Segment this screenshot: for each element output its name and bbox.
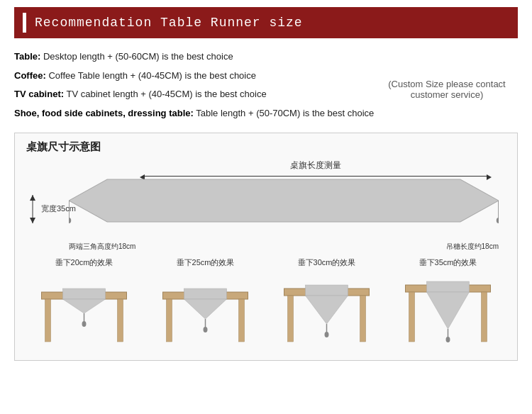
shoe-info: Shoe, food side cabinets, dressing table… [14, 105, 376, 123]
table-text: Desktop length + (50-60CM) is the best c… [43, 51, 233, 62]
example-item-35: 垂下35cm的效果 [390, 257, 506, 349]
svg-rect-20 [167, 299, 172, 342]
tv-info: TV cabinet: TV cabinet length + (40-45CM… [14, 86, 376, 103]
length-label: 桌旗长度测量 [290, 160, 341, 172]
diagram-section: 桌旗尺寸示意图 桌旗长度测量 宽度35cm [14, 133, 518, 361]
svg-rect-9 [63, 289, 106, 299]
shoe-label: Shoe, food side cabinets, dressing table… [14, 108, 194, 118]
bottom-right-label: 吊穗长度约18cm [446, 242, 499, 252]
example-item-20: 垂下20cm的效果 [26, 257, 142, 349]
svg-point-7 [497, 218, 499, 223]
svg-rect-16 [184, 289, 227, 299]
info-right: (Custom Size please contact customer ser… [376, 48, 518, 124]
example-item-30: 垂下30cm的效果 [269, 257, 384, 349]
examples-section: 垂下20cm的效果 垂下25cm的效果 [26, 257, 506, 349]
header-title: Recommendation Table Runner size [35, 16, 303, 30]
svg-marker-2 [30, 218, 35, 223]
bottom-left-label: 两端三角高度约18cm [69, 242, 135, 252]
svg-point-19 [204, 327, 208, 332]
width-arrow-svg [26, 195, 39, 223]
runner-shape-svg [69, 172, 499, 229]
svg-rect-13 [45, 299, 51, 342]
svg-rect-14 [118, 299, 123, 342]
svg-marker-31 [427, 292, 470, 329]
svg-marker-1 [30, 195, 35, 201]
svg-rect-21 [239, 299, 245, 342]
example-svg-30 [269, 271, 384, 349]
coffee-info: Coffee: Coffee Table length + (40-45CM) … [14, 67, 376, 85]
example-label-25: 垂下25cm的效果 [177, 257, 235, 268]
example-svg-35 [390, 271, 506, 349]
runner-diagram: 桌旗长度测量 宽度35cm [26, 160, 506, 252]
tv-text: TV cabinet length + (40-45CM) is the bes… [66, 89, 266, 99]
example-item-25: 垂下25cm的效果 [148, 257, 263, 349]
svg-rect-35 [482, 292, 487, 342]
example-svg-25 [148, 271, 263, 349]
svg-marker-10 [63, 299, 106, 313]
svg-rect-23 [306, 285, 348, 296]
svg-rect-28 [360, 296, 366, 342]
page: Recommendation Table Runner size Table: … [0, 0, 532, 414]
shoe-text: Table length + (50-70CM) is the best cho… [196, 108, 374, 118]
header-bar: Recommendation Table Runner size [14, 7, 518, 38]
svg-rect-27 [288, 296, 294, 342]
svg-point-33 [446, 337, 450, 342]
custom-size-text: (Custom Size please contact customer ser… [376, 79, 518, 100]
svg-rect-34 [409, 292, 415, 342]
example-label-20: 垂下20cm的效果 [55, 257, 113, 268]
table-info: Table: Desktop length + (50-60CM) is the… [14, 48, 376, 66]
example-svg-20 [26, 271, 142, 349]
svg-point-12 [82, 321, 87, 327]
svg-point-5 [69, 218, 71, 223]
example-label-30: 垂下30cm的效果 [298, 257, 356, 268]
svg-marker-3 [69, 179, 499, 222]
header-accent-bar [23, 13, 26, 33]
bottom-labels: 两端三角高度约18cm 吊穗长度约18cm [69, 242, 499, 252]
coffee-text: Coffee Table length + (40-45CM) is the b… [48, 70, 256, 81]
diagram-title: 桌旗尺寸示意图 [26, 140, 506, 154]
info-section: Table: Desktop length + (50-60CM) is the… [14, 48, 518, 124]
svg-rect-30 [427, 281, 470, 292]
tv-label: TV cabinet: [14, 89, 64, 99]
table-label: Table: [14, 51, 40, 62]
svg-point-26 [325, 332, 329, 337]
example-label-35: 垂下35cm的效果 [419, 257, 477, 268]
runner-svg-container [69, 172, 499, 232]
coffee-label: Coffee: [14, 70, 46, 81]
svg-marker-24 [306, 296, 348, 324]
info-left: Table: Desktop length + (50-60CM) is the… [14, 48, 376, 124]
svg-marker-17 [184, 299, 227, 319]
